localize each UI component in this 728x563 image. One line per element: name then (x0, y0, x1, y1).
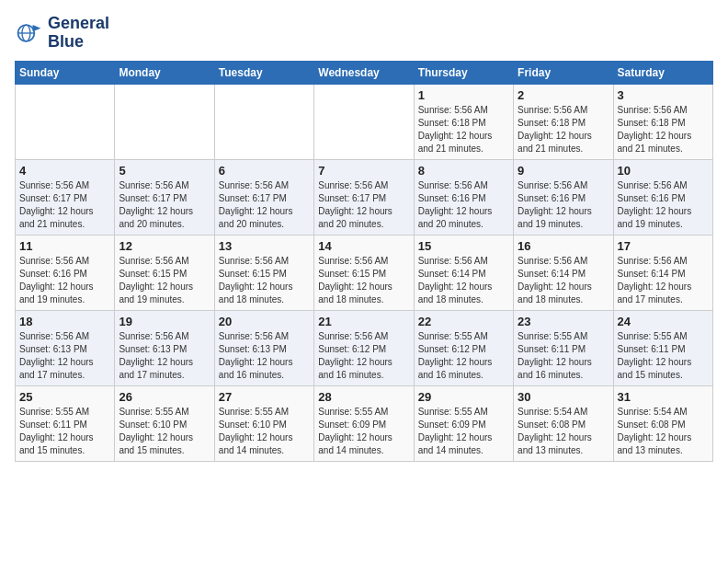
calendar-cell: 13Sunrise: 5:56 AM Sunset: 6:15 PM Dayli… (214, 235, 313, 310)
calendar-cell: 15Sunrise: 5:56 AM Sunset: 6:14 PM Dayli… (414, 235, 513, 310)
day-number: 21 (318, 315, 409, 328)
logo-icon (15, 18, 44, 48)
day-header-wednesday: Wednesday (314, 61, 414, 84)
calendar-week-row: 1Sunrise: 5:56 AM Sunset: 6:18 PM Daylig… (16, 84, 713, 159)
day-number: 18 (19, 315, 110, 328)
day-info: Sunrise: 5:55 AM Sunset: 6:09 PM Dayligh… (418, 406, 509, 457)
day-number: 1 (418, 88, 509, 102)
day-info: Sunrise: 5:54 AM Sunset: 6:08 PM Dayligh… (518, 406, 609, 457)
calendar-cell (115, 84, 214, 159)
calendar-week-row: 25Sunrise: 5:55 AM Sunset: 6:11 PM Dayli… (16, 385, 713, 461)
day-number: 4 (19, 164, 110, 178)
day-info: Sunrise: 5:55 AM Sunset: 6:11 PM Dayligh… (19, 406, 110, 457)
calendar-cell (314, 84, 414, 159)
day-number: 3 (618, 88, 709, 102)
day-info: Sunrise: 5:56 AM Sunset: 6:14 PM Dayligh… (518, 255, 609, 306)
day-info: Sunrise: 5:55 AM Sunset: 6:11 PM Dayligh… (518, 330, 609, 382)
calendar-week-row: 11Sunrise: 5:56 AM Sunset: 6:16 PM Dayli… (16, 235, 713, 310)
day-info: Sunrise: 5:55 AM Sunset: 6:10 PM Dayligh… (219, 406, 310, 457)
day-number: 9 (518, 164, 609, 178)
day-info: Sunrise: 5:54 AM Sunset: 6:08 PM Dayligh… (618, 406, 709, 457)
day-number: 8 (418, 164, 509, 178)
day-number: 30 (518, 390, 609, 404)
day-info: Sunrise: 5:56 AM Sunset: 6:18 PM Dayligh… (518, 104, 609, 155)
day-info: Sunrise: 5:56 AM Sunset: 6:13 PM Dayligh… (19, 330, 110, 382)
day-number: 31 (618, 390, 709, 404)
day-info: Sunrise: 5:56 AM Sunset: 6:12 PM Dayligh… (318, 330, 409, 382)
day-header-saturday: Saturday (613, 61, 712, 84)
day-number: 26 (119, 390, 210, 404)
calendar-cell: 9Sunrise: 5:56 AM Sunset: 6:16 PM Daylig… (514, 159, 613, 235)
day-info: Sunrise: 5:55 AM Sunset: 6:12 PM Dayligh… (418, 330, 509, 382)
day-number: 6 (219, 164, 310, 178)
calendar-header-row: SundayMondayTuesdayWednesdayThursdayFrid… (16, 61, 713, 84)
day-number: 19 (119, 315, 210, 328)
calendar-cell: 23Sunrise: 5:55 AM Sunset: 6:11 PM Dayli… (514, 310, 613, 385)
calendar-cell: 29Sunrise: 5:55 AM Sunset: 6:09 PM Dayli… (414, 385, 513, 461)
day-info: Sunrise: 5:56 AM Sunset: 6:16 PM Dayligh… (618, 179, 709, 231)
page-header: General Blue (15, 15, 713, 52)
day-info: Sunrise: 5:56 AM Sunset: 6:15 PM Dayligh… (318, 255, 409, 306)
day-number: 15 (418, 239, 509, 253)
calendar-cell: 1Sunrise: 5:56 AM Sunset: 6:18 PM Daylig… (414, 84, 513, 159)
calendar-cell: 31Sunrise: 5:54 AM Sunset: 6:08 PM Dayli… (613, 385, 712, 461)
day-info: Sunrise: 5:56 AM Sunset: 6:17 PM Dayligh… (318, 179, 409, 231)
day-number: 10 (618, 164, 709, 178)
day-number: 25 (19, 390, 110, 404)
day-info: Sunrise: 5:56 AM Sunset: 6:14 PM Dayligh… (418, 255, 509, 306)
day-info: Sunrise: 5:56 AM Sunset: 6:17 PM Dayligh… (219, 179, 310, 231)
day-info: Sunrise: 5:56 AM Sunset: 6:15 PM Dayligh… (219, 255, 310, 306)
calendar-cell (16, 84, 115, 159)
calendar-cell: 6Sunrise: 5:56 AM Sunset: 6:17 PM Daylig… (214, 159, 313, 235)
day-number: 5 (119, 164, 210, 178)
day-info: Sunrise: 5:56 AM Sunset: 6:16 PM Dayligh… (418, 179, 509, 231)
calendar-cell: 20Sunrise: 5:56 AM Sunset: 6:13 PM Dayli… (214, 310, 313, 385)
calendar-cell: 16Sunrise: 5:56 AM Sunset: 6:14 PM Dayli… (514, 235, 613, 310)
day-header-monday: Monday (115, 61, 214, 84)
day-header-sunday: Sunday (16, 61, 115, 84)
day-info: Sunrise: 5:56 AM Sunset: 6:13 PM Dayligh… (219, 330, 310, 382)
logo-text: General Blue (48, 15, 109, 52)
calendar-cell: 11Sunrise: 5:56 AM Sunset: 6:16 PM Dayli… (16, 235, 115, 310)
day-number: 16 (518, 239, 609, 253)
calendar-cell: 5Sunrise: 5:56 AM Sunset: 6:17 PM Daylig… (115, 159, 214, 235)
calendar-week-row: 18Sunrise: 5:56 AM Sunset: 6:13 PM Dayli… (16, 310, 713, 385)
calendar-cell: 10Sunrise: 5:56 AM Sunset: 6:16 PM Dayli… (613, 159, 712, 235)
day-number: 13 (219, 239, 310, 253)
day-number: 14 (318, 239, 409, 253)
day-header-tuesday: Tuesday (214, 61, 313, 84)
day-number: 23 (518, 315, 609, 328)
day-number: 24 (618, 315, 709, 328)
logo: General Blue (15, 15, 109, 52)
day-info: Sunrise: 5:56 AM Sunset: 6:13 PM Dayligh… (119, 330, 210, 382)
day-number: 7 (318, 164, 409, 178)
day-info: Sunrise: 5:56 AM Sunset: 6:17 PM Dayligh… (19, 179, 110, 231)
calendar-cell: 2Sunrise: 5:56 AM Sunset: 6:18 PM Daylig… (514, 84, 613, 159)
calendar-table: SundayMondayTuesdayWednesdayThursdayFrid… (15, 61, 713, 462)
day-number: 12 (119, 239, 210, 253)
calendar-cell: 3Sunrise: 5:56 AM Sunset: 6:18 PM Daylig… (613, 84, 712, 159)
calendar-cell: 12Sunrise: 5:56 AM Sunset: 6:15 PM Dayli… (115, 235, 214, 310)
calendar-cell: 7Sunrise: 5:56 AM Sunset: 6:17 PM Daylig… (314, 159, 414, 235)
day-number: 11 (19, 239, 110, 253)
day-number: 27 (219, 390, 310, 404)
calendar-cell: 25Sunrise: 5:55 AM Sunset: 6:11 PM Dayli… (16, 385, 115, 461)
calendar-cell: 30Sunrise: 5:54 AM Sunset: 6:08 PM Dayli… (514, 385, 613, 461)
calendar-cell: 14Sunrise: 5:56 AM Sunset: 6:15 PM Dayli… (314, 235, 414, 310)
calendar-week-row: 4Sunrise: 5:56 AM Sunset: 6:17 PM Daylig… (16, 159, 713, 235)
day-header-friday: Friday (514, 61, 613, 84)
calendar-cell: 22Sunrise: 5:55 AM Sunset: 6:12 PM Dayli… (414, 310, 513, 385)
day-info: Sunrise: 5:56 AM Sunset: 6:16 PM Dayligh… (19, 255, 110, 306)
calendar-cell: 8Sunrise: 5:56 AM Sunset: 6:16 PM Daylig… (414, 159, 513, 235)
day-number: 17 (618, 239, 709, 253)
calendar-cell: 21Sunrise: 5:56 AM Sunset: 6:12 PM Dayli… (314, 310, 414, 385)
calendar-cell: 17Sunrise: 5:56 AM Sunset: 6:14 PM Dayli… (613, 235, 712, 310)
day-info: Sunrise: 5:55 AM Sunset: 6:10 PM Dayligh… (119, 406, 210, 457)
calendar-cell: 18Sunrise: 5:56 AM Sunset: 6:13 PM Dayli… (16, 310, 115, 385)
calendar-cell (214, 84, 313, 159)
day-number: 20 (219, 315, 310, 328)
calendar-cell: 19Sunrise: 5:56 AM Sunset: 6:13 PM Dayli… (115, 310, 214, 385)
day-info: Sunrise: 5:56 AM Sunset: 6:18 PM Dayligh… (418, 104, 509, 155)
calendar-cell: 24Sunrise: 5:55 AM Sunset: 6:11 PM Dayli… (613, 310, 712, 385)
day-header-thursday: Thursday (414, 61, 513, 84)
